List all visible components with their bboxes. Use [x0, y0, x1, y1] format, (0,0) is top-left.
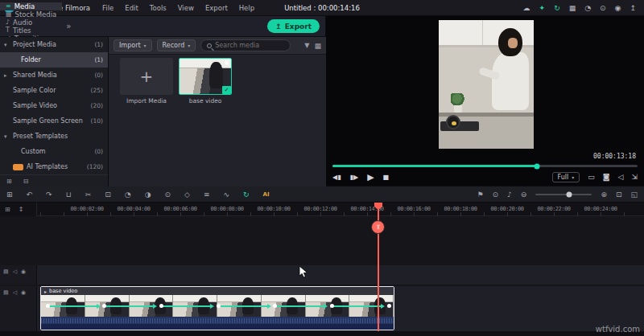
filter-icon[interactable]: ▼	[304, 42, 309, 49]
seek-bar[interactable]	[332, 165, 638, 167]
tab-titles[interactable]: TTitles	[0, 27, 62, 35]
timeline-clip-base-video[interactable]: ▸ base video	[40, 286, 394, 330]
microphone-icon[interactable]: ⊙	[600, 4, 606, 12]
track-mute-icon[interactable]: ◁	[13, 289, 17, 296]
clip-thumbnail[interactable]: ▣ ✓	[179, 58, 232, 95]
fullscreen-icon[interactable]: ⇲	[631, 173, 638, 181]
search-media-input[interactable]	[215, 42, 284, 49]
food-in-pan	[452, 121, 456, 125]
grid-view-icon[interactable]: ▦	[314, 42, 321, 50]
ruler-label: 00:00:02:00	[64, 206, 110, 212]
ai-wand-icon[interactable]: ✦	[539, 4, 546, 12]
zoom-out-icon[interactable]: ⊖	[521, 191, 527, 199]
volume-icon[interactable]: ◁	[618, 173, 624, 181]
stop-button[interactable]: ■	[383, 174, 390, 181]
playhead-split-icon[interactable]: ✂	[371, 220, 385, 234]
timeline-zoom-slider[interactable]	[535, 194, 592, 195]
titles-icon: T	[6, 27, 10, 34]
audio-mixer-icon[interactable]: ♪	[507, 191, 512, 199]
sidebar-item-count: (25)	[91, 87, 103, 94]
delete-folder-icon[interactable]: ⊟	[23, 178, 29, 185]
sidebar-item-sample-color[interactable]: Sample Color(25)	[0, 83, 108, 98]
more-tabs-chevron-icon[interactable]: »	[62, 22, 75, 31]
display-device-icon[interactable]: ▭	[588, 173, 595, 181]
tab-stock-media[interactable]: ▦Stock Media	[0, 10, 62, 18]
color-icon[interactable]: ◑	[145, 191, 151, 199]
ai-tools-icon[interactable]: AI	[263, 191, 270, 198]
sidebar-item-folder[interactable]: Folder(1)	[0, 52, 108, 68]
crop-icon[interactable]: ⊡	[105, 191, 111, 199]
snap-icon[interactable]: ◱	[630, 191, 638, 199]
timeline-zoom-knob[interactable]	[567, 191, 572, 197]
marker-icon[interactable]: ⚑	[477, 191, 483, 199]
track-visibility-icon[interactable]: ◉	[21, 289, 26, 296]
import-media-card[interactable]: + Import Media	[120, 58, 173, 104]
sidebar-item-shared-media[interactable]: ▸Shared Media(0)	[0, 68, 108, 83]
manage-tracks-icon[interactable]: ⊞	[5, 206, 10, 213]
import-dropdown[interactable]: Import ▾	[114, 39, 152, 51]
undo-icon[interactable]: ↶	[27, 191, 33, 199]
ruler-label: 00:00:24:00	[577, 206, 624, 212]
sidebar-item-ai-templates[interactable]: AI Templates(120)	[0, 159, 108, 174]
ruler-label: 00:00:18:00	[437, 206, 484, 212]
chroma-key-icon[interactable]: ⊙	[164, 191, 171, 199]
tab-audio[interactable]: ♪Audio	[0, 18, 62, 27]
playback-buttons: ◀▮▮▶▶■	[332, 172, 389, 182]
voiceover-icon[interactable]: ⊙	[493, 191, 499, 199]
ruler-label: 00:00:14:00	[344, 206, 390, 212]
sidebar-item-custom[interactable]: Custom(0)	[0, 144, 108, 159]
step-forward-button[interactable]: ▮▶	[350, 174, 359, 181]
play-button[interactable]: ▶	[367, 172, 374, 182]
timeline-playhead[interactable]: ✂	[378, 203, 379, 331]
zoom-in-icon[interactable]: ⊕	[601, 191, 607, 199]
timeline-horizontal-scrollbar[interactable]	[0, 331, 644, 336]
notification-icon[interactable]: ◔	[584, 4, 591, 12]
refresh-icon[interactable]: ↻	[554, 4, 560, 12]
timeline-ruler[interactable]: 00:00:02:0000:00:04:0000:00:06:0000:00:0…	[0, 203, 644, 216]
speed-icon[interactable]: ◔	[125, 191, 131, 199]
sidebar-item-project-media[interactable]: ▾Project Media(1)	[0, 37, 108, 52]
keyframe-icon[interactable]: ◇	[184, 191, 190, 199]
export-button[interactable]: ↥ Export	[267, 19, 320, 33]
menu-view[interactable]: View	[172, 4, 200, 12]
import-media-dropzone[interactable]: +	[120, 58, 173, 95]
menu-export[interactable]: Export	[200, 4, 233, 12]
track-mute-icon[interactable]: ◁	[13, 268, 17, 275]
media-clip-base-video[interactable]: ▣ ✓ base video	[179, 58, 232, 104]
menu-file[interactable]: File	[97, 4, 119, 12]
tab-media[interactable]: ≡Media	[0, 2, 62, 10]
toolbar-right-icons: ⚑⊙♪⊖ ⊕⊡◱	[477, 191, 638, 199]
track-visibility-icon[interactable]: ◉	[21, 268, 26, 275]
selected-check-icon: ✓	[222, 86, 231, 94]
sidebar-item-preset-templates[interactable]: ▾Preset Templates	[0, 129, 108, 144]
track-height-icon[interactable]: ↕	[19, 206, 24, 213]
menu-edit[interactable]: Edit	[119, 4, 143, 12]
new-folder-icon[interactable]: ⊞	[6, 178, 12, 185]
preview-zoom-dropdown[interactable]: Full ▾	[552, 172, 580, 182]
timeline-track-2[interactable]	[37, 265, 644, 285]
keyframe-dot	[159, 304, 163, 308]
cloud-icon[interactable]: ☁	[523, 4, 530, 12]
track-options-icon[interactable]: ▤	[3, 289, 9, 296]
sidebar-item-sample-green-screen[interactable]: Sample Green Screen(10)	[0, 113, 108, 129]
sidebar-item-sample-video[interactable]: Sample Video(20)	[0, 98, 108, 113]
audio-wave-icon[interactable]: ∿	[224, 191, 230, 199]
auto-ripple-icon[interactable]: ↻	[243, 191, 250, 199]
split-icon[interactable]: ✂	[85, 191, 92, 199]
search-media-box[interactable]	[200, 39, 291, 51]
record-dropdown[interactable]: Record ▾	[157, 39, 196, 51]
delete-icon[interactable]: ⊔	[66, 191, 72, 199]
menu-tools[interactable]: Tools	[144, 4, 172, 12]
fit-timeline-icon[interactable]: ⊡	[616, 191, 622, 199]
redo-icon[interactable]: ↷	[46, 191, 52, 199]
screen-record-icon[interactable]: ◉	[615, 4, 621, 12]
keyframe-arrow-icon	[218, 305, 270, 307]
adjust-icon[interactable]: ≡	[204, 191, 210, 199]
track-options-icon[interactable]: ▤	[3, 268, 9, 275]
share-icon[interactable]: ↥	[630, 4, 636, 12]
media-import-icon[interactable]: ⊞	[6, 191, 13, 199]
menu-help[interactable]: Help	[233, 4, 260, 12]
step-back-button[interactable]: ◀▮	[332, 174, 341, 181]
layout-icon[interactable]: ▦	[569, 4, 576, 12]
snapshot-icon[interactable]: ◙	[603, 173, 610, 181]
